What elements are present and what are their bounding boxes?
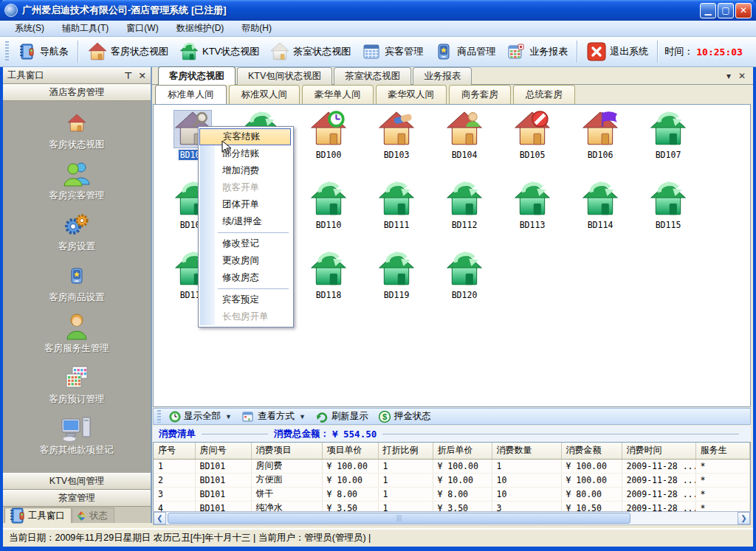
table-row[interactable]: 2BD101方便面¥ 10.001¥ 10.0010¥ 100.002009-1… bbox=[154, 474, 750, 488]
table-column-header[interactable]: 打折比例 bbox=[378, 443, 433, 460]
toolbar-button-5[interactable]: 宾客管理 bbox=[356, 39, 428, 64]
table-row[interactable]: 3BD101饼干¥ 8.001¥ 8.0010¥ 80.002009-11-28… bbox=[154, 488, 750, 502]
actionbar-button-0[interactable]: 显示全部▼ bbox=[163, 409, 237, 423]
room-BD104[interactable]: BD104 bbox=[430, 111, 498, 181]
table-row[interactable]: 1BD101房间费¥ 100.001¥ 100.001¥ 100.002009-… bbox=[154, 460, 750, 474]
pin-icon[interactable]: ⊤ bbox=[124, 70, 132, 81]
sidebar-item-2[interactable]: 客房设置 bbox=[3, 210, 151, 253]
room-type-tab-2[interactable]: 豪华单人间 bbox=[302, 85, 374, 104]
room-label: BD115 bbox=[654, 220, 683, 230]
sidebar-group-title[interactable]: 酒店客房管理 bbox=[3, 84, 151, 101]
svg-text:$: $ bbox=[382, 412, 387, 421]
room-BD114[interactable]: BD114 bbox=[566, 181, 634, 251]
room-BD110[interactable]: BD110 bbox=[295, 181, 362, 251]
doc-tab-3[interactable]: 业务报表 bbox=[413, 67, 472, 85]
table-column-header[interactable]: 折后单价 bbox=[433, 443, 492, 460]
table-cell: 10 bbox=[492, 474, 561, 488]
room-BD111[interactable]: BD111 bbox=[362, 181, 430, 251]
tab-close-icon[interactable]: ✕ bbox=[738, 71, 746, 81]
table-column-header[interactable]: 消费时间 bbox=[622, 443, 695, 460]
room-BD100[interactable]: BD100 bbox=[295, 111, 362, 181]
minimize-button[interactable]: ▁ bbox=[700, 3, 716, 18]
room-type-tab-5[interactable]: 总统套房 bbox=[513, 85, 575, 104]
sidebar-bottom-tab-0[interactable]: 工具窗口 bbox=[4, 507, 72, 523]
toolbar-button-3[interactable]: KTV状态视图 bbox=[173, 39, 264, 64]
table-cell: ¥ 100.00 bbox=[433, 460, 492, 474]
sidebar-item-0[interactable]: 客房状态视图 bbox=[3, 108, 151, 151]
table-column-header[interactable]: 服务生 bbox=[695, 443, 750, 460]
room-label: BD113 bbox=[518, 220, 547, 230]
scrollbar-thumb[interactable] bbox=[168, 513, 630, 524]
context-menu-item-9[interactable]: 修改房态 bbox=[199, 269, 292, 286]
menu-item-0[interactable]: 系统(S) bbox=[6, 21, 53, 36]
table-cell: ¥ 100.00 bbox=[561, 474, 622, 488]
context-menu-item-8[interactable]: 更改房间 bbox=[199, 252, 292, 269]
actionbar-button-1[interactable]: 查看方式▼ bbox=[237, 409, 311, 423]
table-column-header[interactable]: 项目单价 bbox=[322, 443, 378, 460]
room-BD106[interactable]: BD106 bbox=[566, 111, 634, 181]
context-menu-item-0[interactable]: 宾客结账 bbox=[199, 128, 291, 145]
room-type-tab-1[interactable]: 标准双人间 bbox=[229, 85, 300, 104]
sidebar-item-1[interactable]: 客房宾客管理 bbox=[3, 159, 151, 202]
context-menu-item-11[interactable]: 宾客预定 bbox=[199, 291, 292, 308]
sidebar-group-button-0[interactable]: KTV包间管理 bbox=[3, 473, 151, 490]
sidebar-item-6[interactable]: 客房其他款项登记 bbox=[3, 414, 151, 457]
sidebar-group-button-1[interactable]: 茶室管理 bbox=[3, 490, 151, 507]
table-column-header[interactable]: 序号 bbox=[154, 443, 195, 460]
document-tab-strip: 客房状态视图KTV包间状态视图茶室状态视图业务报表 ▾ ✕ bbox=[152, 67, 753, 85]
table-column-header[interactable]: 消费数量 bbox=[492, 443, 561, 460]
maximize-button[interactable]: ▢ bbox=[718, 3, 734, 18]
dropdown-arrow-icon[interactable]: ▼ bbox=[225, 413, 232, 420]
sidebar-item-4[interactable]: 客房服务生管理 bbox=[3, 312, 151, 355]
toolbar-button-9[interactable]: 退出系统 bbox=[581, 39, 653, 64]
sidebar-item-3[interactable]: 客房商品设置 bbox=[3, 261, 151, 304]
menu-item-4[interactable]: 帮助(H) bbox=[233, 21, 281, 36]
room-BD118[interactable]: BD118 bbox=[295, 251, 362, 321]
context-menu-item-4[interactable]: 团体开单 bbox=[199, 196, 292, 213]
close-button[interactable]: ✕ bbox=[735, 3, 752, 18]
context-menu-item-7[interactable]: 修改登记 bbox=[199, 235, 292, 252]
doc-tab-2[interactable]: 茶室状态视图 bbox=[334, 67, 411, 85]
scrollbar-track[interactable] bbox=[166, 512, 738, 524]
room-type-tab-0[interactable]: 标准单人间 bbox=[155, 85, 227, 104]
room-BD120[interactable]: BD120 bbox=[430, 251, 498, 321]
toolbar-button-0[interactable]: 导航条 bbox=[11, 39, 74, 64]
close-panel-icon[interactable]: ✕ bbox=[139, 70, 146, 81]
dropdown-arrow-icon[interactable]: ▼ bbox=[299, 413, 306, 420]
room-BD103[interactable]: BD103 bbox=[362, 111, 430, 181]
table-row[interactable]: 4BD101纯净水¥ 3.501¥ 3.503¥ 10.502009-11-28… bbox=[154, 502, 750, 512]
menu-item-3[interactable]: 数据维护(D) bbox=[168, 21, 233, 36]
doc-tab-1[interactable]: KTV包间状态视图 bbox=[237, 67, 332, 85]
actionbar-button-3[interactable]: $ 押金状态 bbox=[374, 409, 436, 423]
room-type-tab-4[interactable]: 商务套房 bbox=[449, 85, 511, 104]
toolbar-button-7[interactable]: 业务报表 bbox=[501, 39, 573, 64]
toolbar-button-6[interactable]: 商品管理 bbox=[428, 39, 501, 64]
sidebar-item-5[interactable]: 客房预订管理 bbox=[3, 363, 151, 406]
room-BD112[interactable]: BD112 bbox=[430, 181, 498, 251]
table-column-header[interactable]: 房间号 bbox=[195, 443, 251, 460]
tab-list-dropdown-icon[interactable]: ▾ bbox=[726, 71, 731, 81]
context-menu-item-5[interactable]: 续/退押金 bbox=[199, 213, 292, 230]
table-column-header[interactable]: 消费项目 bbox=[251, 443, 322, 460]
sidebar-bottom-tab-1[interactable]: 状态 bbox=[72, 507, 114, 523]
toolbar-button-4[interactable]: 茶室状态视图 bbox=[264, 39, 356, 64]
toolbar-button-2[interactable]: 客房状态视图 bbox=[82, 39, 173, 64]
scroll-left-icon[interactable]: ❮ bbox=[154, 512, 166, 524]
room-BD115[interactable]: BD115 bbox=[634, 181, 702, 251]
table-column-header[interactable]: 消费金额 bbox=[561, 443, 622, 460]
room-BD113[interactable]: BD113 bbox=[498, 181, 566, 251]
room-BD119[interactable]: BD119 bbox=[362, 251, 430, 321]
actionbar-button-2[interactable]: 刷新显示 bbox=[311, 409, 374, 423]
doc-tab-0[interactable]: 客房状态视图 bbox=[158, 66, 236, 85]
menu-item-1[interactable]: 辅助工具(T) bbox=[53, 21, 117, 36]
room-label: BD112 bbox=[450, 220, 479, 230]
main-toolbar: 导航条 客房状态视图 KTV状态视图 茶室状态视图 宾客管理 bbox=[0, 37, 756, 67]
menu-item-2[interactable]: 窗口(W) bbox=[117, 21, 167, 36]
context-menu-item-2[interactable]: 增加消费 bbox=[199, 162, 292, 179]
scroll-right-icon[interactable]: ❯ bbox=[738, 512, 750, 524]
context-menu-item-1[interactable]: 部分结账 bbox=[199, 145, 292, 162]
room-BD107[interactable]: BD107 bbox=[634, 111, 702, 181]
room-BD105[interactable]: BD105 bbox=[498, 111, 566, 181]
room-type-tab-3[interactable]: 豪华双人间 bbox=[376, 85, 447, 104]
context-menu-separator bbox=[218, 232, 289, 233]
